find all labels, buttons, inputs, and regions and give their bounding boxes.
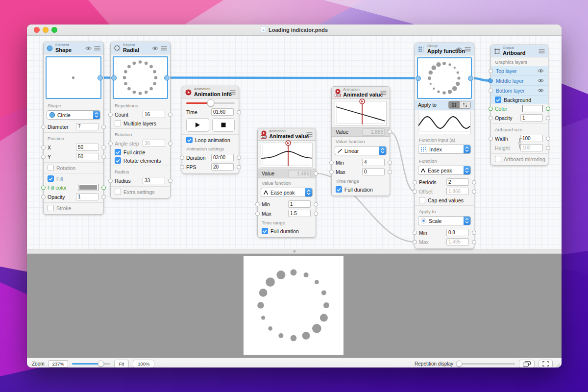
port[interactable] [314, 211, 318, 216]
title-bar[interactable]: c Loading indicator.pnds [27, 24, 562, 36]
field-input[interactable]: 16 [143, 111, 165, 118]
port[interactable] [168, 112, 172, 117]
port[interactable] [472, 180, 476, 184]
field-input[interactable]: 1.5 [288, 210, 311, 217]
eye-icon[interactable] [456, 47, 462, 51]
stop-button[interactable] [212, 118, 235, 132]
menu-icon[interactable] [380, 91, 387, 95]
zoom-value-input[interactable]: 237% [49, 360, 68, 368]
port[interactable] [101, 185, 106, 190]
port[interactable] [416, 75, 421, 81]
checkbox-full-duration[interactable] [262, 228, 268, 234]
port[interactable] [314, 172, 318, 176]
dropdown-circle[interactable]: Circle [47, 110, 100, 120]
port[interactable] [180, 165, 184, 169]
field-input[interactable]: 50 [76, 144, 98, 151]
checkbox-cap-end-values[interactable] [419, 197, 425, 203]
color-swatch[interactable] [78, 184, 98, 191]
field-input[interactable]: 1 [520, 114, 543, 122]
port[interactable] [101, 154, 106, 159]
port[interactable] [546, 106, 550, 111]
port[interactable] [108, 141, 113, 146]
node-av1[interactable]: 123AnimationAnimated valueValue1.495Valu… [257, 128, 316, 238]
checkbox-background[interactable] [495, 97, 501, 103]
node-artboard[interactable]: OutputArtboardGraphics layersTop layerMi… [490, 45, 548, 166]
port[interactable] [108, 112, 113, 117]
segment-some-elements-icon[interactable] [460, 101, 470, 108]
eye-icon[interactable] [538, 78, 544, 83]
checkbox-stroke[interactable] [48, 205, 54, 211]
split-divider[interactable] [27, 249, 562, 254]
menu-icon[interactable] [161, 46, 167, 50]
port[interactable] [108, 178, 113, 183]
menu-icon[interactable] [539, 49, 545, 53]
checkbox-multiple-layers[interactable] [115, 120, 121, 126]
port[interactable] [101, 124, 106, 129]
menu-icon[interactable] [465, 47, 471, 51]
time-slider[interactable] [186, 102, 235, 104]
dropdown-stepper-icon[interactable] [464, 217, 470, 225]
port[interactable] [413, 240, 417, 244]
field-input[interactable]: 2 [446, 178, 469, 186]
checkbox-fill[interactable] [48, 175, 54, 182]
port[interactable] [472, 189, 476, 194]
dropdown-scale[interactable]: Scale [418, 216, 471, 225]
field-input[interactable]: 100 [520, 135, 543, 142]
port[interactable] [237, 155, 241, 160]
checkbox-artboard-mirroring[interactable] [495, 156, 501, 162]
port[interactable] [237, 165, 241, 169]
checkbox-full-duration[interactable] [336, 186, 342, 193]
node-shape[interactable]: ElementShapeShapeCircleDiameter7Position… [43, 42, 104, 215]
checkbox-rotation[interactable] [48, 165, 54, 171]
hundred-percent-button[interactable]: 100% [133, 360, 154, 368]
node-av2[interactable]: 123AnimationAnimated valueValue1.866Valu… [331, 86, 390, 196]
apply-to-segmented-control[interactable] [448, 101, 471, 109]
zoom-slider[interactable] [72, 363, 110, 365]
port[interactable] [413, 180, 417, 184]
port[interactable] [329, 170, 334, 174]
node-animinfo[interactable]: AnimationAnimation infoTime01:60Loop ani… [182, 86, 239, 174]
checkbox-loop-animation[interactable] [186, 137, 193, 143]
field-input[interactable]: 03:00 [211, 154, 234, 161]
port[interactable] [329, 160, 334, 165]
layer-row-top-layer[interactable]: Top layer [491, 66, 548, 76]
menu-icon[interactable] [94, 46, 100, 50]
dropdown-stepper-icon[interactable] [93, 111, 100, 119]
menu-icon[interactable] [229, 90, 236, 95]
divider-handle[interactable] [293, 250, 295, 253]
field-input[interactable]: 50 [76, 153, 98, 160]
port[interactable] [255, 202, 260, 206]
node-applyfn[interactable]: GroupApply functionApply toFunction inpu… [415, 43, 474, 249]
dropdown-stepper-icon[interactable] [464, 166, 470, 174]
port[interactable] [413, 230, 417, 235]
port[interactable] [111, 75, 117, 80]
field-input[interactable]: 33 [143, 177, 165, 184]
port[interactable] [489, 88, 493, 93]
port[interactable] [472, 240, 476, 244]
field-input[interactable]: 20 [211, 163, 234, 171]
node-header[interactable]: 123AnimationAnimated value [258, 128, 316, 141]
layer-row-bottom-layer[interactable]: Bottom layer [491, 86, 548, 96]
slider-knob[interactable] [456, 361, 462, 367]
port[interactable] [41, 145, 46, 149]
port[interactable] [468, 75, 473, 81]
node-header[interactable]: AnimationAnimation info [182, 86, 239, 98]
fit-button[interactable]: Fit [114, 360, 129, 368]
field-input[interactable]: 0.8 [446, 229, 469, 236]
play-button[interactable] [186, 118, 209, 132]
port[interactable] [255, 211, 260, 216]
node-header[interactable]: 123AnimationAnimated value [332, 87, 390, 99]
port[interactable] [472, 230, 476, 235]
port[interactable] [41, 124, 46, 129]
node-header[interactable]: RepeatRadial [111, 42, 170, 54]
port[interactable] [388, 160, 392, 165]
port[interactable] [413, 189, 417, 194]
repetition-overlay-button[interactable] [519, 360, 535, 368]
wire-av2-out-to-applyfn-offset[interactable] [390, 132, 415, 192]
port[interactable] [314, 202, 318, 206]
port[interactable] [41, 154, 46, 159]
resize-grip[interactable] [555, 362, 561, 368]
port[interactable] [489, 69, 493, 73]
port[interactable] [101, 195, 106, 199]
time-slider-knob[interactable] [207, 99, 215, 107]
